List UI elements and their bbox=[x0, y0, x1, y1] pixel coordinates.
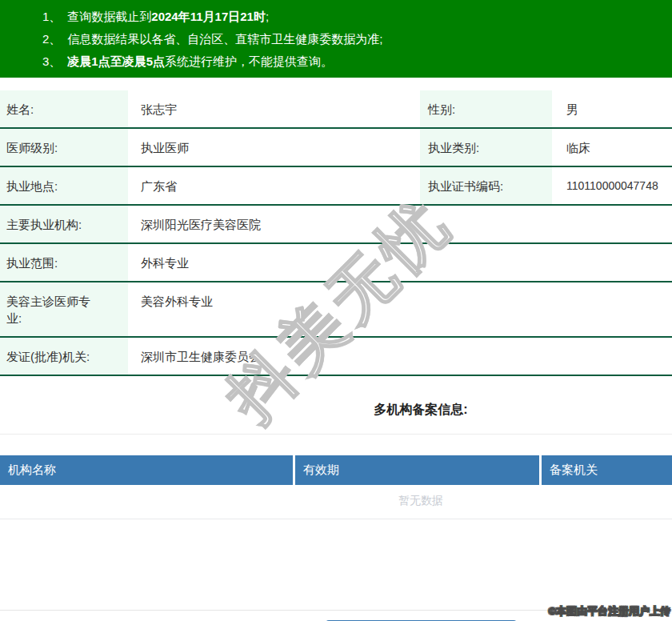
name-value: 张志宇 bbox=[128, 90, 420, 128]
cosmetic-specialty-label: 美容主诊医师专业: bbox=[0, 282, 128, 337]
practice-scope-label: 执业范围: bbox=[0, 243, 128, 282]
notice-line-3: 3、凌晨1点至凌晨5点系统进行维护，不能提供查询。 bbox=[42, 50, 672, 73]
table-row: 执业地点: 广东省 执业证书编码: 110110000047748 bbox=[0, 166, 672, 205]
notice-line-2-text: 信息数据结果以各省、自治区、直辖市卫生健康委数据为准; bbox=[67, 32, 382, 46]
practice-scope-value: 外科专业 bbox=[128, 243, 672, 282]
issuing-authority-label: 发证(批准)机关: bbox=[0, 337, 128, 375]
certificate-number-value: 110110000047748 bbox=[552, 166, 672, 205]
certificate-number-label: 执业证书编码: bbox=[420, 166, 552, 205]
notice-line-3-end: 系统进行维护，不能提供查询。 bbox=[165, 54, 333, 68]
cosmetic-specialty-value: 美容外科专业 bbox=[128, 282, 672, 337]
name-label: 姓名: bbox=[0, 90, 128, 128]
notice-line-1: 1、查询数据截止到2024年11月17日21时; bbox=[42, 6, 672, 28]
practice-category-label: 执业类别: bbox=[420, 128, 552, 166]
notice-line-1-bold: 2024年11月17日21时 bbox=[151, 10, 266, 23]
practice-location-value: 广东省 bbox=[128, 166, 420, 205]
gender-label: 性别: bbox=[420, 90, 552, 128]
table-row: 执业范围: 外科专业 bbox=[0, 243, 672, 282]
notice-line-3-bold: 凌晨1点至凌晨5点 bbox=[67, 54, 165, 68]
table-row: 姓名: 张志宇 性别: 男 bbox=[0, 90, 672, 128]
table-row: 美容主诊医师专业: 美容外科专业 bbox=[0, 282, 672, 337]
org-name-column-header: 机构名称 bbox=[0, 455, 293, 485]
notice-line-1-end: ; bbox=[266, 10, 269, 23]
practice-category-value: 临床 bbox=[552, 128, 672, 166]
multi-institution-section-title: 多机构备案信息: bbox=[0, 386, 672, 435]
doctor-info-table: 姓名: 张志宇 性别: 男 医师级别: 执业医师 执业类别: 临床 执业地点: … bbox=[0, 90, 672, 376]
notice-line-1-number: 1、 bbox=[42, 10, 61, 23]
table-row: 医师级别: 执业医师 执业类别: 临床 bbox=[0, 128, 672, 166]
table-row: 发证(批准)机关: 深圳市卫生健康委员会 bbox=[0, 337, 672, 375]
notice-line-2-number: 2、 bbox=[42, 32, 61, 46]
empty-data-placeholder: 暂无数据 bbox=[0, 485, 672, 519]
notice-line-1-text: 查询数据截止到 bbox=[67, 10, 151, 23]
gender-value: 男 bbox=[552, 90, 672, 128]
org-table-header: 机构名称 有效期 备案机关 bbox=[0, 455, 672, 485]
notice-line-2: 2、信息数据结果以各省、自治区、直辖市卫生健康委数据为准; bbox=[42, 28, 672, 50]
notice-line-3-number: 3、 bbox=[42, 54, 61, 68]
notice-banner: 1、查询数据截止到2024年11月17日21时; 2、信息数据结果以各省、自治区… bbox=[0, 0, 672, 78]
table-row: 主要执业机构: 深圳阳光医疗美容医院 bbox=[0, 205, 672, 243]
doctor-level-label: 医师级别: bbox=[0, 128, 128, 166]
page-container: 1、查询数据截止到2024年11月17日21时; 2、信息数据结果以各省、自治区… bbox=[0, 0, 672, 621]
practice-location-label: 执业地点: bbox=[0, 166, 128, 205]
issuing-authority-value: 深圳市卫生健康委员会 bbox=[128, 337, 672, 375]
main-institution-value: 深圳阳光医疗美容医院 bbox=[128, 205, 672, 243]
doctor-level-value: 执业医师 bbox=[128, 128, 420, 166]
validity-column-header: 有效期 bbox=[295, 455, 539, 485]
filing-authority-column-header: 备案机关 bbox=[542, 455, 672, 485]
main-institution-label: 主要执业机构: bbox=[0, 205, 128, 243]
footer-bar: 〖关闭窗口〗 bbox=[0, 610, 672, 621]
